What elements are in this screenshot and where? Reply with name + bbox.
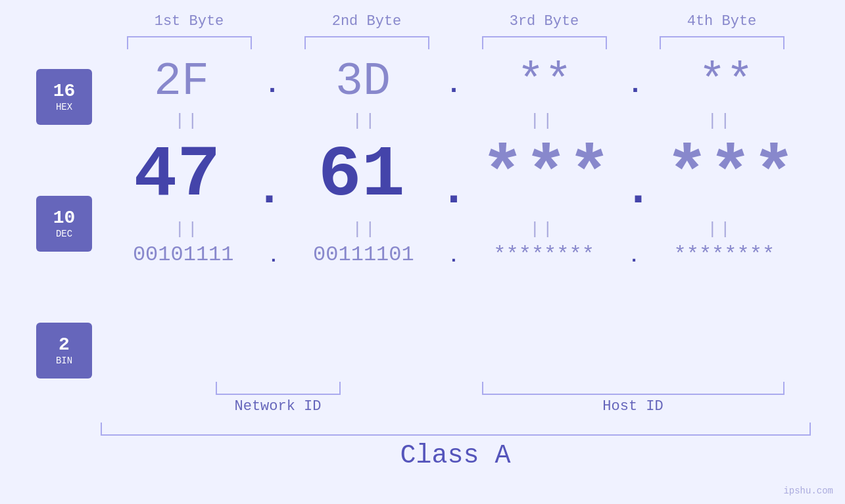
sep-1-b4: || (631, 111, 809, 131)
bin-row: 00101111 . 00111101 . ******** . *******… (99, 242, 809, 267)
sep-row-2: || || || || (99, 216, 809, 242)
sep-2-b2: || (276, 219, 454, 239)
bracket-top-3 (482, 36, 607, 49)
hex-badge: 16 HEX (36, 69, 92, 125)
host-bracket (456, 382, 811, 395)
bin-badge: 2 BIN (36, 323, 92, 378)
hex-b4-cell: ** (643, 56, 809, 108)
bin-name: BIN (56, 355, 72, 366)
byte4-header: 4th Byte (633, 13, 811, 30)
hex-dot-2: . (446, 70, 462, 100)
class-label-row: Class A (101, 441, 811, 470)
byte2-header: 2nd Byte (278, 13, 456, 30)
dec-dot-1: . (255, 164, 283, 216)
values-grid: 2F . 3D . ** . ** || || (99, 56, 809, 267)
bin-dot-1: . (268, 246, 279, 267)
base-labels-column: 16 HEX 10 DEC 2 BIN (36, 69, 92, 378)
dec-number: 10 (53, 208, 76, 229)
bin-b2-value: 00111101 (313, 242, 414, 267)
main-container: 1st Byte 2nd Byte 3rd Byte 4th Byte 16 H… (0, 0, 845, 504)
hex-b3-cell: ** (462, 56, 627, 108)
dec-b1-value: 47 (133, 134, 220, 216)
sep-1-b1: || (99, 111, 276, 131)
dec-b4-value: *** (665, 134, 796, 216)
hex-dot-3: . (627, 70, 643, 100)
bin-b3-cell: ******** (459, 242, 628, 267)
outer-bracket-shape (101, 423, 811, 436)
byte-headers-row: 1st Byte 2nd Byte 3rd Byte 4th Byte (101, 13, 811, 30)
dec-b3-cell: *** (468, 134, 624, 216)
sep-2-b3: || (454, 219, 631, 239)
bin-b4-cell: ******** (640, 242, 809, 267)
sep-2-b4: || (631, 219, 809, 239)
bin-b2-cell: 00111101 (279, 242, 448, 267)
bottom-brackets-row (101, 382, 811, 395)
host-bracket-shape (482, 382, 785, 395)
bin-number: 2 (59, 335, 70, 355)
network-bracket-shape (216, 382, 341, 395)
dec-dot-2: . (440, 164, 468, 216)
hex-row: 2F . 3D . ** . ** (99, 56, 809, 108)
dec-b4-cell: *** (652, 134, 809, 216)
sep-row-1: || || || || (99, 108, 809, 134)
bin-b4-value: ******** (673, 242, 775, 267)
hex-b1-cell: 2F (99, 56, 264, 108)
bracket-top-2 (304, 36, 429, 49)
sep-1-b2: || (276, 111, 454, 131)
dec-dot-3: . (624, 164, 652, 216)
hex-b2-cell: 3D (280, 56, 446, 108)
dec-row: 47 . 61 . *** . *** (99, 134, 809, 216)
bin-b1-cell: 00101111 (99, 242, 268, 267)
hex-b2-value: 3D (335, 56, 391, 108)
hex-b4-value: ** (698, 56, 754, 108)
hex-b1-value: 2F (154, 56, 209, 108)
class-label: Class A (400, 441, 510, 470)
hex-number: 16 (53, 81, 76, 102)
host-id-label: Host ID (456, 398, 811, 415)
watermark: ipshu.com (783, 486, 833, 496)
hex-b3-value: ** (517, 56, 572, 108)
bracket-top-1 (127, 36, 252, 49)
bin-dot-2: . (448, 246, 460, 267)
dec-b1-cell: 47 (99, 134, 255, 216)
sep-2-b1: || (99, 219, 276, 239)
content-area: 16 HEX 10 DEC 2 BIN 2F . (36, 56, 809, 378)
dec-badge: 10 DEC (36, 196, 92, 252)
network-bracket (101, 382, 456, 395)
byte1-header: 1st Byte (101, 13, 278, 30)
outer-bracket-row (101, 423, 811, 436)
dec-b3-value: *** (481, 134, 611, 216)
network-id-label: Network ID (101, 398, 456, 415)
hex-dot-1: . (264, 70, 280, 100)
id-labels-row: Network ID Host ID (101, 398, 811, 415)
byte3-header: 3rd Byte (456, 13, 633, 30)
bin-dot-3: . (629, 246, 640, 267)
hex-name: HEX (56, 102, 72, 112)
bin-b1-value: 00101111 (133, 242, 234, 267)
sep-1-b3: || (454, 111, 631, 131)
dec-b2-value: 61 (318, 134, 405, 216)
bracket-top-4 (660, 36, 785, 49)
bin-b3-value: ******** (493, 242, 594, 267)
top-brackets-row (101, 36, 811, 49)
dec-name: DEC (56, 229, 72, 239)
dec-b2-cell: 61 (283, 134, 440, 216)
